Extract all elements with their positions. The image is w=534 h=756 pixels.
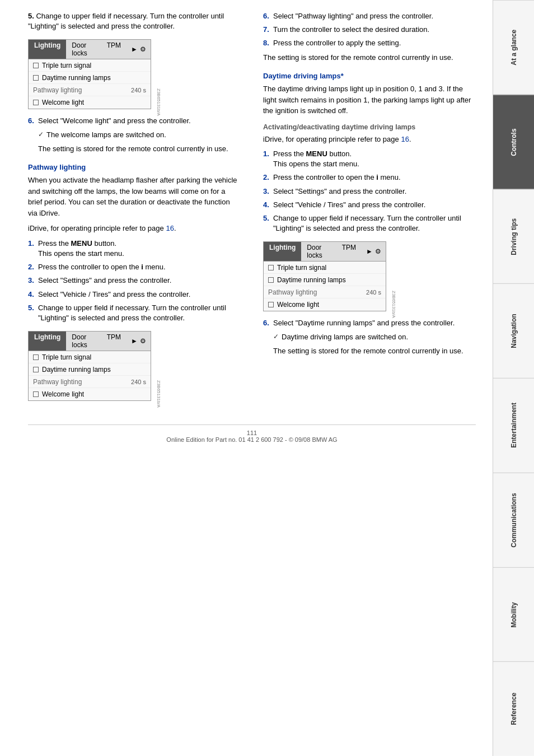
sidebar-tab-navigation[interactable]: Navigation bbox=[493, 283, 534, 378]
note-daytime: ✓ Daytime driving lamps are switched on. bbox=[273, 332, 476, 342]
label-welcome-2: Welcome light bbox=[42, 390, 84, 398]
checkbox-daytime-1 bbox=[33, 75, 39, 81]
setting-stored-right: The setting is stored for the remote con… bbox=[263, 52, 476, 63]
stext-2p: Press the controller to open the i menu. bbox=[38, 262, 241, 272]
checkbox-daytime-3 bbox=[268, 277, 274, 283]
label-triple-2: Triple turn signal bbox=[42, 353, 91, 361]
stext-6r: Select "Pathway lighting" and press the … bbox=[273, 11, 476, 21]
subsection-activating: Activating/deactivating daytime driving … bbox=[263, 123, 476, 131]
ui-tab-lighting-1: Lighting bbox=[29, 40, 66, 59]
value-pathway-3: 240 s bbox=[366, 289, 381, 296]
stext-5r: Change to upper field if necessary. Turn… bbox=[273, 213, 476, 234]
ui-tab-lighting-3: Lighting bbox=[264, 242, 301, 261]
ui-tab-doorlocks-3: Door locks bbox=[301, 242, 336, 261]
settings-icon-1: ⚙ bbox=[140, 45, 146, 53]
checkmark-icon-welcome: ✓ bbox=[38, 130, 44, 139]
ref-label-2: Z3B65131b/A bbox=[156, 380, 161, 408]
idrive-ref-right: iDrive, for operating principle refer to… bbox=[263, 134, 476, 145]
snum-3r: 3. bbox=[263, 186, 273, 197]
ui-icons-1: ► ⚙ bbox=[127, 40, 151, 59]
sidebar-tab-controls[interactable]: Controls bbox=[493, 95, 534, 189]
sidebar-tab-driving-tips[interactable]: Driving tips bbox=[493, 189, 534, 284]
stext-4r: Select "Vehicle / Tires" and press the c… bbox=[273, 200, 476, 210]
ui-icons-2: ► ⚙ bbox=[127, 332, 151, 351]
checkbox-welcome-2 bbox=[33, 391, 39, 397]
stext-5p: Change to upper field if necessary. Turn… bbox=[38, 303, 241, 323]
stext-2r: Press the controller to open the i menu. bbox=[273, 172, 476, 183]
snum-5p: 5. bbox=[28, 303, 38, 323]
settings-icon-3: ⚙ bbox=[375, 248, 381, 255]
label-pathway-2: Pathway lighting bbox=[33, 378, 82, 386]
sidebar-tab-at-a-glance[interactable]: At a glance bbox=[493, 0, 534, 95]
pathway-intro: When you activate the headlamp flasher a… bbox=[28, 175, 241, 218]
idrive-ref-link-right[interactable]: 16 bbox=[401, 135, 409, 143]
ui-box-1-wrapper: Lighting Door locks TPM ► ⚙ Triple turn … bbox=[28, 35, 151, 116]
ui-box-2: Lighting Door locks TPM ► ⚙ Triple turn … bbox=[28, 331, 151, 401]
step-6-text: Select "Welcome light" and press the con… bbox=[38, 116, 241, 126]
label-triple-3: Triple turn signal bbox=[277, 264, 326, 272]
stext-3p: Select "Settings" and press the controll… bbox=[38, 276, 241, 286]
step-6-left: 6. Select "Welcome light" and press the … bbox=[28, 116, 241, 126]
ui-row-pathway-2: Pathway lighting 240 s bbox=[29, 376, 151, 388]
ui-row-pathway-1: Pathway lighting 240 s bbox=[29, 84, 151, 96]
stext-4p: Select "Vehicle / Tires" and press the c… bbox=[38, 290, 241, 300]
sidebar-tab-entertainment[interactable]: Entertainment bbox=[493, 378, 534, 473]
ui-box-2-wrapper: Lighting Door locks TPM ► ⚙ Triple turn … bbox=[28, 326, 151, 408]
stext-6r2: Select "Daytime running lamps" and press… bbox=[273, 318, 476, 328]
settings-icon-2: ⚙ bbox=[140, 337, 146, 345]
step-5-left-text: Change to upper field if necessary. Turn… bbox=[28, 12, 224, 30]
checkbox-welcome-3 bbox=[268, 302, 274, 307]
ui-tab-doorlocks-2: Door locks bbox=[66, 332, 101, 351]
stext-7r: Turn the controller to select the desire… bbox=[273, 25, 476, 35]
snum-8r: 8. bbox=[263, 38, 273, 48]
ui-row-triple-1: Triple turn signal bbox=[29, 59, 151, 72]
snum-5r: 5. bbox=[263, 213, 273, 234]
snum-1p: 1. bbox=[28, 239, 38, 259]
step-number-label: 5. bbox=[28, 12, 34, 20]
ui-row-daytime-3: Daytime running lamps bbox=[264, 274, 386, 286]
checkbox-daytime-2 bbox=[33, 367, 39, 372]
sidebar-tab-communications[interactable]: Communications bbox=[493, 473, 534, 567]
ui-tab-doorlocks-1: Door locks bbox=[66, 40, 101, 59]
setting-stored-r2: The setting is stored for the remote con… bbox=[273, 346, 476, 357]
checkbox-triple-1 bbox=[33, 63, 39, 68]
note-welcome-text: The welcome lamps are switched on. bbox=[46, 130, 166, 140]
ui-row-triple-3: Triple turn signal bbox=[264, 262, 386, 274]
step-3-right: 3. Select "Settings" and press the contr… bbox=[263, 186, 476, 197]
right-column: 6. Select "Pathway lighting" and press t… bbox=[260, 11, 476, 408]
sidebar-tab-mobility[interactable]: Mobility bbox=[493, 567, 534, 662]
step-num-6: 6. bbox=[28, 116, 38, 126]
left-column: Change to upper field if necessary. Turn… bbox=[28, 11, 243, 408]
ui-row-pathway-3: Pathway lighting 240 s bbox=[264, 286, 386, 298]
checkbox-triple-2 bbox=[33, 354, 39, 360]
step-2-right: 2. Press the controller to open the i me… bbox=[263, 172, 476, 183]
idrive-ref-left: iDrive, for operating principle refer to… bbox=[28, 223, 241, 234]
stext-8r: Press the controller to apply the settin… bbox=[273, 38, 476, 48]
daytime-text: The daytime driving lamps light up in po… bbox=[263, 83, 476, 116]
page-footer: 111 Online Edition for Part no. 01 41 2 … bbox=[28, 424, 476, 443]
ui-box-3: Lighting Door locks TPM ► ⚙ Triple turn … bbox=[263, 241, 386, 311]
ui-box-3-wrapper: Lighting Door locks TPM ► ⚙ Triple turn … bbox=[263, 237, 386, 318]
ref-label-3: Z3B65131b/A bbox=[391, 291, 396, 318]
copyright-text: Online Edition for Part no. 01 41 2 600 … bbox=[28, 436, 476, 443]
snum-1r: 1. bbox=[263, 149, 273, 169]
note-daytime-text: Daytime driving lamps are switched on. bbox=[282, 332, 408, 342]
snum-2r: 2. bbox=[263, 172, 273, 183]
ref-label-1: Z3B65131b/A bbox=[156, 88, 161, 116]
step-5-left: Change to upper field if necessary. Turn… bbox=[28, 11, 241, 31]
ui-box-1-header: Lighting Door locks TPM ► ⚙ bbox=[29, 40, 151, 59]
checkmark-icon-daytime: ✓ bbox=[273, 332, 279, 342]
value-pathway-1: 240 s bbox=[131, 87, 146, 94]
ui-box-2-header: Lighting Door locks TPM ► ⚙ bbox=[29, 332, 151, 351]
step-1-pathway: 1. Press the MENU button.This opens the … bbox=[28, 239, 241, 259]
label-pathway-1: Pathway lighting bbox=[33, 86, 82, 94]
snum-4p: 4. bbox=[28, 290, 38, 300]
label-welcome-1: Welcome light bbox=[42, 99, 84, 106]
label-daytime-1: Daytime running lamps bbox=[42, 74, 111, 82]
step-7-right: 7. Turn the controller to select the des… bbox=[263, 25, 476, 35]
snum-6r2: 6. bbox=[263, 318, 273, 328]
ui-tab-tpm-3: TPM bbox=[336, 242, 362, 261]
idrive-ref-link[interactable]: 16 bbox=[166, 224, 174, 232]
note-welcome: ✓ The welcome lamps are switched on. bbox=[38, 130, 241, 140]
sidebar-tab-reference[interactable]: Reference bbox=[493, 661, 534, 756]
